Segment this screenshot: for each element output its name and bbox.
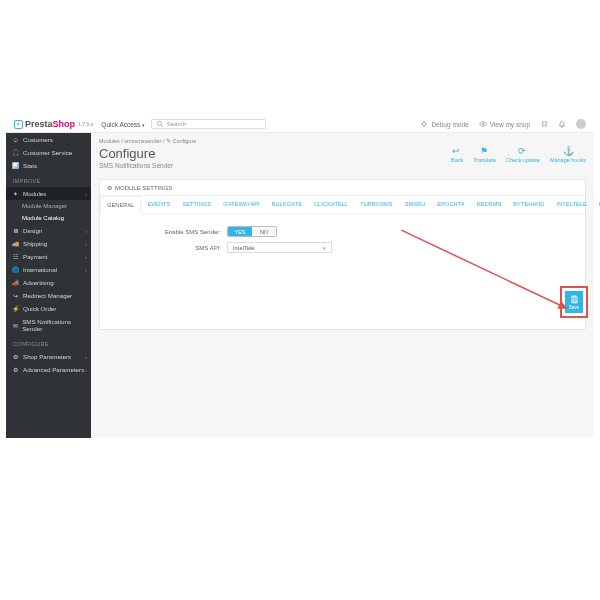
tab-bytehand[interactable]: BYTEHAND xyxy=(507,196,550,213)
sms-api-label: SMS API: xyxy=(109,245,227,251)
search-input[interactable]: Search xyxy=(151,119,266,129)
debug-label: Debug mode xyxy=(431,121,468,128)
main-content: Modules / smssmssender / ✎ Configure Con… xyxy=(91,133,594,438)
quick-access-menu[interactable]: Quick Access xyxy=(101,121,144,128)
chevron-right-icon: › xyxy=(85,191,87,197)
chevron-right-icon: › xyxy=(85,267,87,273)
save-label: Save xyxy=(569,305,579,310)
sidebar-item-modules[interactable]: ✦Modules› xyxy=(6,187,91,200)
sidebar-item-international[interactable]: 🌐International› xyxy=(6,263,91,276)
page-subtitle: SMS Notifications Sender xyxy=(99,162,173,169)
gear-icon: ⚙ xyxy=(107,184,112,191)
eye-icon xyxy=(479,120,487,128)
enable-sms-toggle[interactable]: YES NO xyxy=(227,226,277,237)
module-settings-panel: ⚙ MODULE SETTINGS GENERAL EVENTS SETTING… xyxy=(99,179,586,330)
chevron-right-icon: › xyxy=(85,354,87,360)
sidebar-item-payment[interactable]: ☳Payment› xyxy=(6,250,91,263)
headset-icon: 🎧 xyxy=(12,149,19,156)
floppy-icon xyxy=(570,295,579,304)
puzzle-icon: ✦ xyxy=(12,190,19,197)
redirect-icon: ↪ xyxy=(12,292,19,299)
tab-gatewayapi[interactable]: GATEWAYAPI xyxy=(217,196,266,213)
search-placeholder: Search xyxy=(167,121,186,127)
search-icon xyxy=(156,120,164,129)
chart-icon: 📊 xyxy=(12,162,19,169)
chevron-right-icon: › xyxy=(85,228,87,234)
sidebar-item-advanced-parameters[interactable]: ⚙Advanced Parameters› xyxy=(6,363,91,376)
debug-mode-toggle[interactable]: Debug mode xyxy=(420,120,468,128)
arrow-left-icon: ↩ xyxy=(452,146,462,156)
sidebar-item-quick-order[interactable]: ⚡Quick Order xyxy=(6,302,91,315)
sidebar-sub-module-manager[interactable]: Module Manager xyxy=(6,200,91,212)
topbar: PrestaShop 1.7.5.x Quick Access Search D… xyxy=(6,116,594,133)
svg-point-8 xyxy=(543,126,544,127)
bell-icon[interactable] xyxy=(558,120,566,128)
back-button[interactable]: ↩Back xyxy=(451,146,463,163)
avatar[interactable] xyxy=(576,119,586,129)
chevron-right-icon: › xyxy=(85,254,87,260)
megaphone-icon: 📣 xyxy=(12,279,19,286)
globe-icon: 🌐 xyxy=(12,266,19,273)
logo: PrestaShop 1.7.5.x xyxy=(14,119,93,129)
svg-line-1 xyxy=(161,125,163,127)
bolt-icon: ⚡ xyxy=(12,305,19,312)
tab-events[interactable]: EVENTS xyxy=(141,196,176,213)
sidebar-item-sms-sender[interactable]: ✉SMS Notifications Sender xyxy=(6,315,91,335)
bug-icon xyxy=(420,120,428,128)
truck-icon: 🚚 xyxy=(12,240,19,247)
logo-text-b: Shop xyxy=(53,119,76,129)
sidebar-item-customers[interactable]: ☺Customers xyxy=(6,133,91,146)
sidebar-item-customer-service[interactable]: 🎧Customer Service xyxy=(6,146,91,159)
save-button[interactable]: Save xyxy=(565,291,583,313)
page-title: Configure xyxy=(99,146,173,161)
sidebar-item-advertising[interactable]: 📣Advertising xyxy=(6,276,91,289)
chevron-right-icon: › xyxy=(85,367,87,373)
tab-clickatell[interactable]: CLICKATELL xyxy=(308,196,354,213)
user-icon: ☺ xyxy=(12,136,19,143)
sidebar-item-shop-parameters[interactable]: ⚙Shop Parameters› xyxy=(6,350,91,363)
svg-rect-11 xyxy=(573,299,576,301)
svg-point-0 xyxy=(157,121,161,125)
settings-tabs: GENERAL EVENTS SETTINGS GATEWAYAPI BULKG… xyxy=(100,196,585,214)
tab-settings[interactable]: SETTINGS xyxy=(176,196,217,213)
refresh-icon: ⟳ xyxy=(518,146,528,156)
svg-point-2 xyxy=(423,122,426,125)
sms-api-select[interactable]: IntelTele ▾ xyxy=(227,242,332,253)
anchor-icon: ⚓ xyxy=(563,146,573,156)
svg-rect-10 xyxy=(573,296,576,298)
card-icon: ☳ xyxy=(12,253,19,260)
translate-icon: ⚑ xyxy=(480,146,490,156)
tab-smsru[interactable]: SMSRU xyxy=(399,196,432,213)
svg-point-7 xyxy=(482,123,484,125)
mail-icon: ✉ xyxy=(12,322,18,329)
gear-icon: ⚙ xyxy=(12,353,19,360)
cart-icon[interactable] xyxy=(540,120,548,128)
check-update-button[interactable]: ⟳Check update xyxy=(506,146,540,163)
sidebar-item-stats[interactable]: 📊Stats xyxy=(6,159,91,172)
sidebar-section-configure: CONFIGURE xyxy=(6,335,91,350)
tab-turbosms[interactable]: TURBOSMS xyxy=(354,196,399,213)
chevron-right-icon: › xyxy=(85,241,87,247)
tab-inteltele[interactable]: INTELTELE xyxy=(551,196,593,213)
tab-bulkgate[interactable]: BULKGATE xyxy=(266,196,308,213)
tab-general[interactable]: GENERAL xyxy=(100,196,141,214)
desktop-icon: 🖥 xyxy=(12,227,19,234)
panel-title: MODULE SETTINGS xyxy=(115,185,172,191)
tab-redsms[interactable]: REDSMS xyxy=(471,196,508,213)
breadcrumb[interactable]: Modules / smssmssender / ✎ Configure xyxy=(99,133,586,144)
sidebar-item-redirect[interactable]: ↪Redirect Manager xyxy=(6,289,91,302)
translate-button[interactable]: ⚑Translate xyxy=(473,146,496,163)
version-label: 1.7.5.x xyxy=(78,121,93,127)
toggle-yes[interactable]: YES xyxy=(228,227,252,236)
toggle-no[interactable]: NO xyxy=(252,227,276,236)
gear-icon: ⚙ xyxy=(12,366,19,373)
enable-sms-label: Enable SMS Sender: xyxy=(109,229,227,235)
manage-hooks-button[interactable]: ⚓Manage hooks xyxy=(550,146,586,163)
view-shop-link[interactable]: View my shop xyxy=(479,120,530,128)
tab-epochta[interactable]: EPOCHTA xyxy=(431,196,470,213)
sidebar-item-shipping[interactable]: 🚚Shipping› xyxy=(6,237,91,250)
sidebar-item-design[interactable]: 🖥Design› xyxy=(6,224,91,237)
tab-digitaldirect[interactable]: DIGITALDIRECT xyxy=(593,196,600,213)
sidebar-sub-module-catalog[interactable]: Module Catalog xyxy=(6,212,91,224)
tab-content-general: Enable SMS Sender: YES NO SMS API: Intel… xyxy=(100,214,585,329)
